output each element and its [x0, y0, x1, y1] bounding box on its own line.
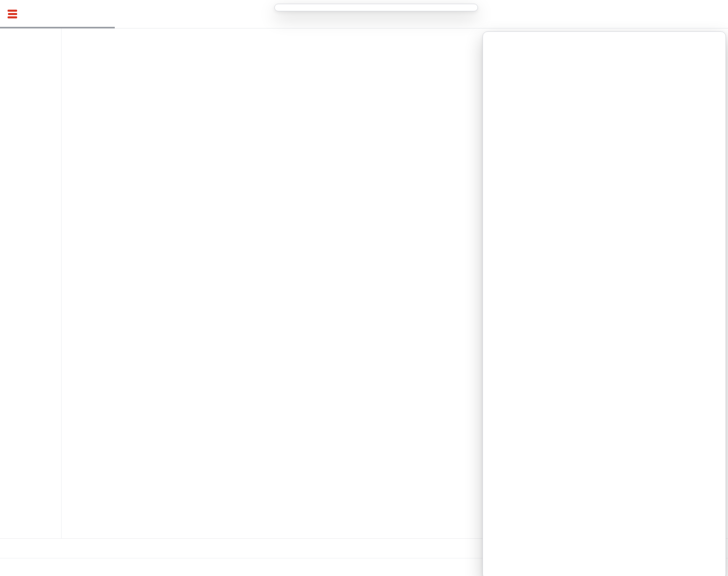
- scala-file-icon: [8, 10, 17, 18]
- active-tab-indicator: [0, 27, 115, 28]
- refactor-submenu: [274, 4, 478, 11]
- ide-window: [0, 0, 728, 576]
- code-area[interactable]: [0, 28, 728, 31]
- tab-pathnode-scala[interactable]: [0, 0, 38, 28]
- editor-context-menu: [483, 31, 726, 576]
- gutter-separator: [61, 28, 62, 548]
